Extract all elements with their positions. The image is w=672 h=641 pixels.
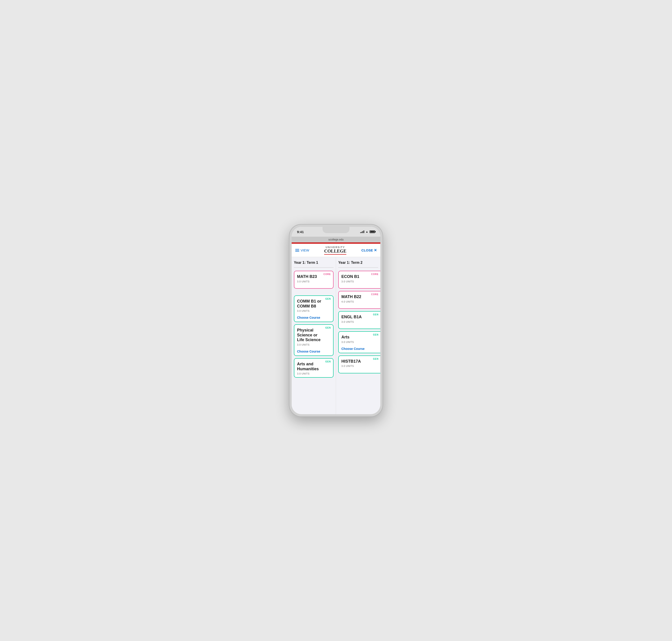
course-card-math-b22[interactable]: CORE MATH B22 4.0 UNITS [338,291,380,309]
status-time: 9:41 [297,230,304,234]
university-name-line2: COLLEGE [324,248,346,255]
url-text: ucollege.edu [328,238,344,241]
course-card-engl-b1a[interactable]: GEN ENGL B1A 3.0 UNITS [338,311,380,329]
term-1-column: Year 1: Term 1 CORE MATH B23 3.0 UNITS G… [292,257,336,414]
course-card-econ-b1[interactable]: CORE ECON B1 3.0 UNITS [338,271,380,289]
battery-icon [369,230,375,233]
card-units-math-b22: 4.0 UNITS [341,300,378,303]
choose-course-arts[interactable]: Choose Course [341,347,378,351]
card-badge-gen-phys: GEN [325,327,331,329]
status-icons: ▲ [360,230,375,233]
card-badge-gen-comm: GEN [325,298,331,300]
course-card-arts[interactable]: GEN Arts 3.0 UNITS Choose Course [338,331,380,353]
university-logo: UNIVERSITY COLLEGE [324,246,346,255]
card-title-phys-sci: Physical Science or Life Science [297,328,331,342]
card-badge-gen-engl: GEN [373,313,379,316]
choose-course-comm[interactable]: Choose Course [297,316,331,319]
card-title-hist-b17a: HISTB17A [341,359,378,364]
term-1-title: Year 1: Term 1 [294,261,334,265]
card-title-comm: COMM B1 or COMM B8 [297,299,331,309]
phone-screen: 9:41 ▲ ucollege.edu [292,227,380,414]
course-card-phys-sci[interactable]: GEN Physical Science or Life Science 3.0… [294,324,334,356]
card-badge-gen-arts-hum: GEN [325,360,331,363]
wifi-icon: ▲ [366,230,368,233]
card-units-comm: 3.0 UNITS [297,310,331,312]
choose-course-phys-sci[interactable]: Choose Course [297,350,331,353]
url-bar: ucollege.edu [292,237,380,243]
card-units-phys-sci: 3.0 UNITS [297,343,331,346]
card-badge-core-econ: CORE [371,273,379,275]
course-card-math-b23[interactable]: CORE MATH B23 3.0 UNITS [294,271,334,289]
card-title-arts-humanities: Arts and Humanities [297,362,331,371]
card-badge-gen-arts: GEN [373,333,379,336]
card-units-math-b23: 3.0 UNITS [297,280,331,283]
notch [323,227,349,233]
terms-grid: Year 1: Term 1 CORE MATH B23 3.0 UNITS G… [292,257,380,414]
course-card-comm[interactable]: GEN COMM B1 or COMM B8 3.0 UNITS Choose … [294,296,334,322]
course-card-arts-humanities[interactable]: GEN Arts and Humanities 3.0 UNITS [294,358,334,378]
view-button[interactable]: VIEW [295,248,309,252]
card-units-hist-b17a: 3.0 UNITS [341,365,378,367]
close-icon: ✕ [374,248,377,253]
term-2-title: Year 1: Term 2 [338,261,378,265]
card-title-arts: Arts [341,335,378,340]
phone-frame: 9:41 ▲ ucollege.edu [289,224,383,417]
content-area[interactable]: Year 1: Term 1 CORE MATH B23 3.0 UNITS G… [292,257,380,414]
card-badge-gen-hist: GEN [373,358,379,360]
card-units-engl-b1a: 3.0 UNITS [341,320,378,323]
app-header: VIEW UNIVERSITY COLLEGE CLOSE ✕ [292,244,380,257]
view-label: VIEW [300,248,309,252]
signal-icon [360,230,364,233]
card-units-arts-humanities: 3.0 UNITS [297,372,331,375]
term-2-column: Year 1: Term 2 CORE ECON B1 3.0 UNITS CO… [336,257,380,414]
card-units-arts: 3.0 UNITS [341,341,378,343]
close-button[interactable]: CLOSE ✕ [361,248,377,253]
card-title-engl-b1a: ENGL B1A [341,315,378,319]
spacer-term1 [294,291,334,293]
card-badge-core-math22: CORE [371,293,379,296]
status-bar: 9:41 ▲ [292,227,380,237]
university-name-line1: UNIVERSITY [324,246,346,248]
card-units-econ-b1: 3.0 UNITS [341,280,378,283]
close-label: CLOSE [361,248,373,252]
course-card-hist-b17a[interactable]: GEN HISTB17A 3.0 UNITS [338,355,380,373]
hamburger-icon [295,249,299,252]
card-badge-core: CORE [323,273,331,275]
